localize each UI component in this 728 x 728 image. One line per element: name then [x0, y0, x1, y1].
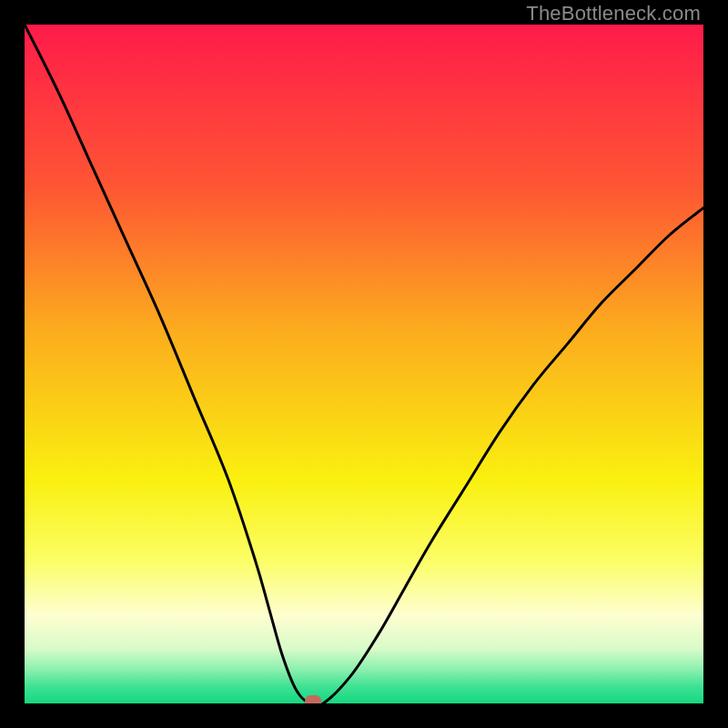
plot-area [25, 25, 703, 703]
gradient-background [25, 25, 703, 703]
bottleneck-marker [305, 695, 321, 703]
chart-frame: TheBottleneck.com [0, 0, 728, 728]
watermark-text: TheBottleneck.com [526, 2, 701, 25]
bottleneck-chart [25, 25, 703, 703]
